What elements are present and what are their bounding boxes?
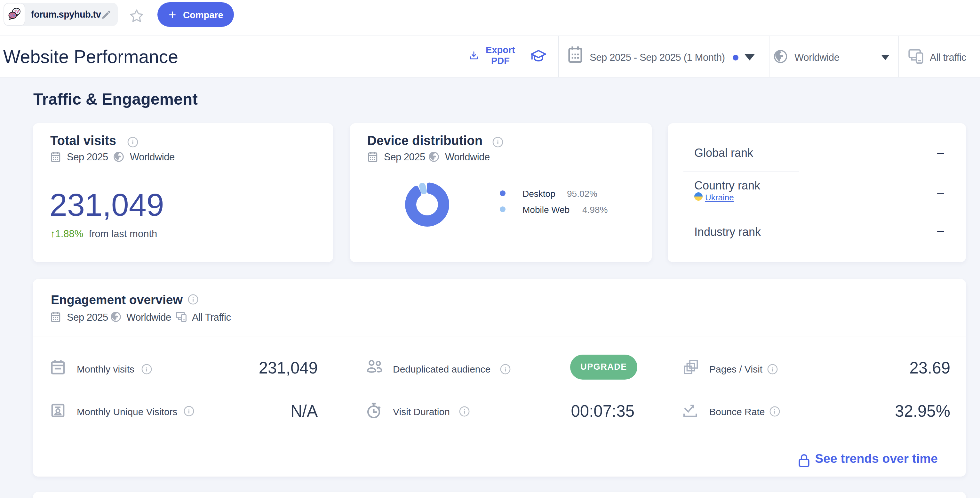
svg-text:VH: VH [10,14,15,18]
